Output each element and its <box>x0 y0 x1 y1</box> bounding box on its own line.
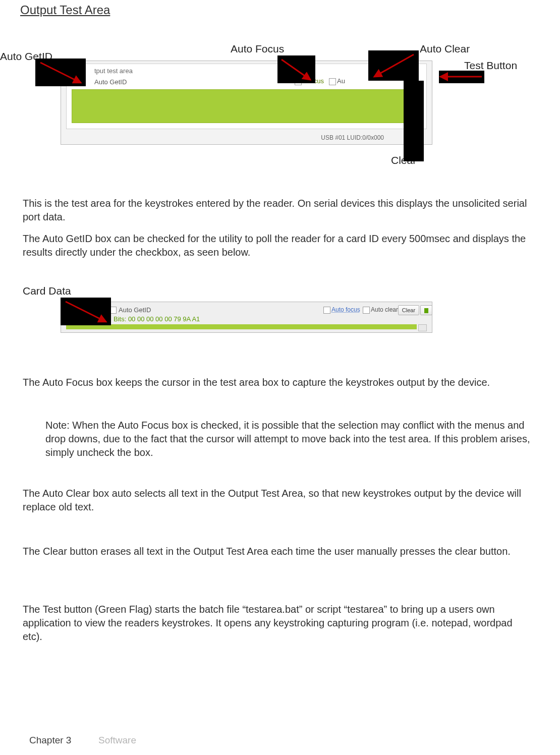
callout-auto-clear: Auto Clear <box>420 43 470 55</box>
label-output-test-area: tput test area <box>94 67 133 75</box>
footer-chapter: Chapter 3 <box>29 735 71 746</box>
checkbox-auto-focus[interactable] <box>323 307 330 314</box>
callout-test-button: Test Button <box>464 60 517 72</box>
redaction-box <box>404 81 424 161</box>
label-auto-getid: Auto GetID <box>119 306 151 314</box>
svg-line-4 <box>66 302 106 322</box>
svg-line-0 <box>40 63 81 83</box>
clear-button[interactable]: Clear <box>398 305 419 315</box>
flag-icon <box>424 308 428 313</box>
paragraph: The Auto Focus box keeps the cursor in t… <box>23 376 530 389</box>
label-auto-clear: Au <box>337 77 345 85</box>
arrow-icon <box>431 71 487 83</box>
status-bar-text: USB #01 LUID:0/0x000 <box>321 134 384 141</box>
paragraph: The Clear button erases all text in the … <box>23 545 530 558</box>
paragraph: The Auto GetID box can be checked for th… <box>23 232 530 259</box>
output-textarea[interactable] <box>66 324 417 329</box>
output-textarea[interactable] <box>72 89 411 123</box>
paragraph: This is the test area for the keystrokes… <box>23 197 530 224</box>
footer-section: Software <box>98 735 136 746</box>
callout-auto-focus: Auto Focus <box>231 43 284 55</box>
checkbox-auto-clear[interactable] <box>329 78 336 85</box>
arrow-icon <box>35 59 86 86</box>
callout-card-data: Card Data <box>23 285 71 297</box>
label-auto-clear: Auto clear <box>371 306 398 313</box>
arrow-icon <box>61 298 111 325</box>
paragraph: The Auto Clear box auto selects all text… <box>23 487 530 514</box>
svg-line-2 <box>374 54 414 77</box>
label-auto-getid: Auto GetID <box>94 78 127 86</box>
section-title: Output Test Area <box>20 3 110 17</box>
arrow-icon <box>277 55 315 83</box>
screenshot-card-data: Auto GetID Auto focus Auto clear Clear B… <box>61 302 432 333</box>
toolbar-row: Auto GetID Auto focus Auto clear Clear <box>66 304 427 315</box>
label-auto-focus: Auto focus <box>331 306 360 313</box>
arrow-icon <box>368 50 419 81</box>
note-paragraph: Note: When the Auto Focus box is checked… <box>45 419 532 459</box>
svg-line-1 <box>282 60 310 80</box>
test-button[interactable] <box>420 305 432 315</box>
card-bits-text: Bits: 00 00 00 00 00 79 9A A1 <box>114 315 200 323</box>
scroll-button[interactable] <box>418 324 427 331</box>
paragraph: The Test button (Green Flag) starts the … <box>23 603 530 644</box>
checkbox-auto-clear[interactable] <box>363 307 370 314</box>
